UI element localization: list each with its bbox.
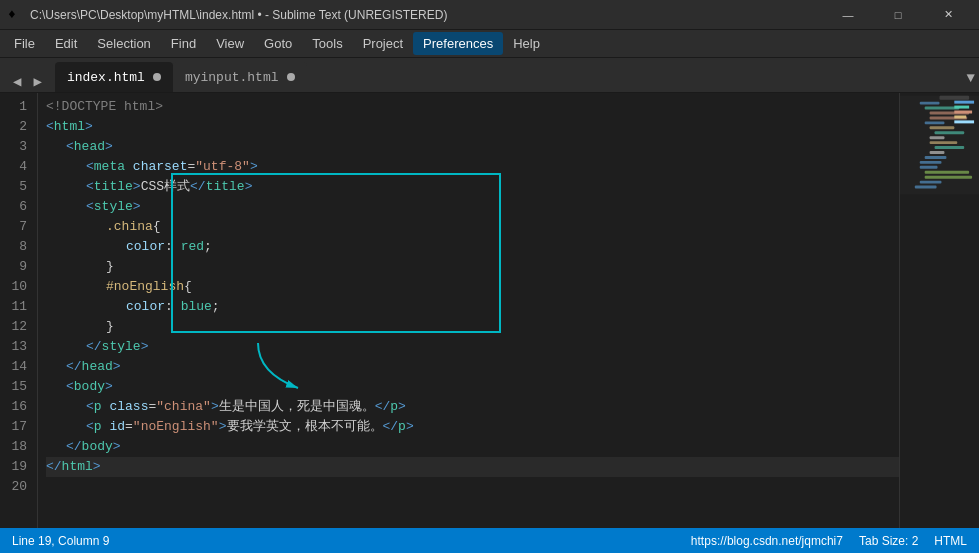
- menu-file[interactable]: File: [4, 32, 45, 55]
- status-bar: Line 19, Column 9 https://blog.csdn.net/…: [0, 528, 979, 553]
- line-num-5: 5: [8, 177, 27, 197]
- line-num-10: 10: [8, 277, 27, 297]
- status-left: Line 19, Column 9: [12, 534, 109, 548]
- menu-preferences[interactable]: Preferences: [413, 32, 503, 55]
- code-editor[interactable]: <!DOCTYPE html> <html> <head> <meta char…: [38, 93, 899, 528]
- line-num-4: 4: [8, 157, 27, 177]
- code-line-5: <title> CSS样式 </title>: [46, 177, 899, 197]
- code-line-17: <p id = "noEnglish" > 要我学英文，根本不可能。 </p>: [46, 417, 899, 437]
- line-num-17: 17: [8, 417, 27, 437]
- tab-label: myinput.html: [185, 70, 279, 85]
- menu-project[interactable]: Project: [353, 32, 413, 55]
- code-line-18: </body>: [46, 437, 899, 457]
- code-line-9: }: [46, 257, 899, 277]
- menu-bar: File Edit Selection Find View Goto Tools…: [0, 30, 979, 58]
- tab-index-html[interactable]: index.html: [55, 62, 173, 92]
- menu-tools[interactable]: Tools: [302, 32, 352, 55]
- status-right: https://blog.csdn.net/jqmchi7 Tab Size: …: [691, 534, 967, 548]
- line-num-19: 19: [8, 457, 27, 477]
- minimap: [899, 93, 979, 528]
- svg-rect-24: [954, 111, 972, 114]
- tab-modified-dot: [153, 73, 161, 81]
- code-line-15: <body>: [46, 377, 899, 397]
- line-num-14: 14: [8, 357, 27, 377]
- tab-size: Tab Size: 2: [859, 534, 918, 548]
- tab-overflow-arrow[interactable]: ▼: [967, 70, 975, 86]
- code-line-2: <html>: [46, 117, 899, 137]
- line-numbers: 1 2 3 4 5 6 7 8 9 10 11 12 13 14 15 16 1…: [0, 93, 38, 528]
- tab-navigation: ◀ ▶: [8, 71, 47, 92]
- code-line-20: [46, 477, 899, 497]
- line-num-8: 8: [8, 237, 27, 257]
- menu-help[interactable]: Help: [503, 32, 550, 55]
- code-line-11: color : blue ;: [46, 297, 899, 317]
- tab-myinput-html[interactable]: myinput.html: [173, 62, 307, 92]
- line-num-16: 16: [8, 397, 27, 417]
- svg-rect-25: [954, 115, 966, 118]
- code-line-12: }: [46, 317, 899, 337]
- menu-view[interactable]: View: [206, 32, 254, 55]
- line-num-12: 12: [8, 317, 27, 337]
- line-num-18: 18: [8, 437, 27, 457]
- code-line-4: <meta charset = "utf-8" >: [46, 157, 899, 177]
- tab-label: index.html: [67, 70, 145, 85]
- menu-edit[interactable]: Edit: [45, 32, 87, 55]
- app-icon: ♦: [8, 7, 24, 23]
- minimize-button[interactable]: —: [825, 0, 871, 30]
- menu-selection[interactable]: Selection: [87, 32, 160, 55]
- line-num-3: 3: [8, 137, 27, 157]
- tab-bar: ◀ ▶ index.html myinput.html ▼: [0, 58, 979, 93]
- line-num-9: 9: [8, 257, 27, 277]
- code-line-8: color : red ;: [46, 237, 899, 257]
- menu-goto[interactable]: Goto: [254, 32, 302, 55]
- code-line-3: <head>: [46, 137, 899, 157]
- line-num-20: 20: [8, 477, 27, 497]
- code-line-16: <p class = "china" > 生是中国人，死是中国魂。 </p>: [46, 397, 899, 417]
- tab-prev-arrow[interactable]: ◀: [8, 71, 26, 92]
- url-text: https://blog.csdn.net/jqmchi7: [691, 534, 843, 548]
- code-line-10: #noEnglish {: [46, 277, 899, 297]
- line-num-11: 11: [8, 297, 27, 317]
- svg-rect-22: [954, 101, 974, 104]
- file-type: HTML: [934, 534, 967, 548]
- tab-modified-dot: [287, 73, 295, 81]
- svg-rect-26: [954, 120, 974, 123]
- menu-find[interactable]: Find: [161, 32, 206, 55]
- line-num-13: 13: [8, 337, 27, 357]
- tab-next-arrow[interactable]: ▶: [28, 71, 46, 92]
- cursor-position: Line 19, Column 9: [12, 534, 109, 548]
- window-controls: — □ ✕: [825, 0, 971, 30]
- maximize-button[interactable]: □: [875, 0, 921, 30]
- editor-area: 1 2 3 4 5 6 7 8 9 10 11 12 13 14 15 16 1…: [0, 93, 979, 528]
- line-num-6: 6: [8, 197, 27, 217]
- code-line-7: .china {: [46, 217, 899, 237]
- line-num-1: 1: [8, 97, 27, 117]
- line-num-2: 2: [8, 117, 27, 137]
- code-line-1: <!DOCTYPE html>: [46, 97, 899, 117]
- title-text: C:\Users\PC\Desktop\myHTML\index.html • …: [30, 8, 819, 22]
- minimap-visual: [900, 93, 979, 528]
- line-num-15: 15: [8, 377, 27, 397]
- close-button[interactable]: ✕: [925, 0, 971, 30]
- line-num-7: 7: [8, 217, 27, 237]
- code-line-19: </html>: [46, 457, 899, 477]
- code-line-14: </head>: [46, 357, 899, 377]
- code-line-13: </style>: [46, 337, 899, 357]
- title-bar: ♦ C:\Users\PC\Desktop\myHTML\index.html …: [0, 0, 979, 30]
- svg-rect-23: [954, 106, 969, 109]
- code-line-6: <style>: [46, 197, 899, 217]
